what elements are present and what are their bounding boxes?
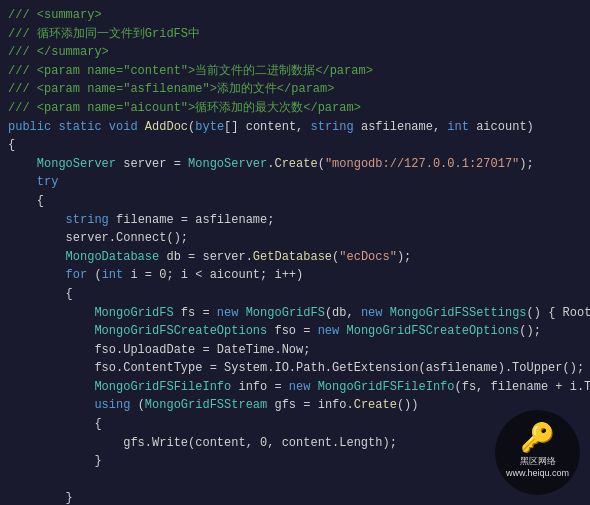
code-line: [8, 471, 582, 490]
watermark: 🔑 黑区网络 www.heiqu.com: [495, 410, 580, 495]
code-line: /// <param name="asfilename">添加的文件</para…: [8, 80, 582, 99]
code-line: /// <param name="aicount">循环添加的最大次数</par…: [8, 99, 582, 118]
code-line: }: [8, 489, 582, 505]
code-line: /// <summary>: [8, 6, 582, 25]
code-line: fso.UploadDate = DateTime.Now;: [8, 341, 582, 360]
code-container: /// <summary>/// 循环添加同一文件到GridFS中/// </s…: [0, 0, 590, 505]
code-line: MongoGridFSFileInfo info = new MongoGrid…: [8, 378, 582, 397]
code-line: /// 循环添加同一文件到GridFS中: [8, 25, 582, 44]
code-line: MongoDatabase db = server.GetDatabase("e…: [8, 248, 582, 267]
code-line: {: [8, 192, 582, 211]
code-line: for (int i = 0; i < aicount; i++): [8, 266, 582, 285]
code-line: public static void AddDoc(byte[] content…: [8, 118, 582, 137]
code-line: string filename = asfilename;: [8, 211, 582, 230]
code-line: /// </summary>: [8, 43, 582, 62]
watermark-url: www.heiqu.com: [506, 468, 569, 480]
watermark-icon: 🔑: [520, 426, 555, 454]
code-line: MongoServer server = MongoServer.Create(…: [8, 155, 582, 174]
code-line: MongoGridFS fs = new MongoGridFS(db, new…: [8, 304, 582, 323]
code-line: {: [8, 285, 582, 304]
code-line: try: [8, 173, 582, 192]
code-line: server.Connect();: [8, 229, 582, 248]
code-line: using (MongoGridFSStream gfs = info.Crea…: [8, 396, 582, 415]
watermark-brand: 黑区网络: [506, 456, 569, 468]
code-line: MongoGridFSCreateOptions fso = new Mongo…: [8, 322, 582, 341]
code-line: {: [8, 136, 582, 155]
code-line: fso.ContentType = System.IO.Path.GetExte…: [8, 359, 582, 378]
watermark-text: 黑区网络 www.heiqu.com: [506, 456, 569, 479]
code-line: /// <param name="content">当前文件的二进制数据</pa…: [8, 62, 582, 81]
code-line: {: [8, 415, 582, 434]
